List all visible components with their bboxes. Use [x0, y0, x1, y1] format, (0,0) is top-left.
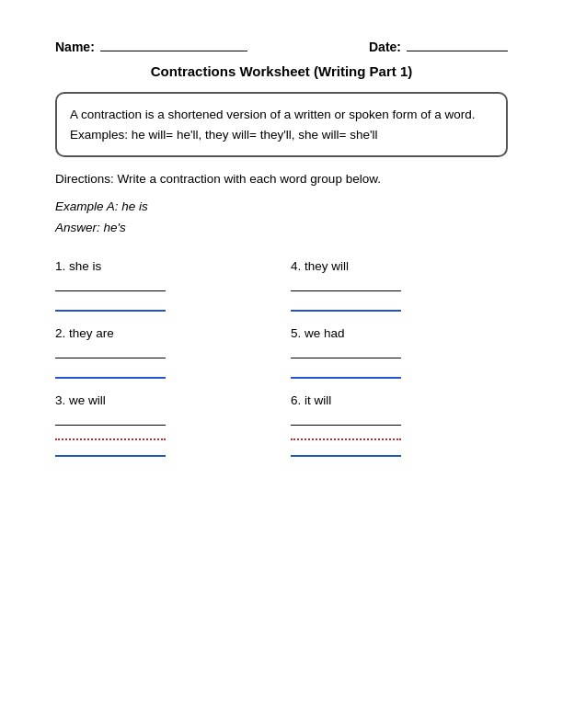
exercise-6-write-line[interactable]	[291, 411, 401, 426]
info-box: A contraction is a shortened version of …	[55, 92, 508, 157]
exercise-1-number: 1.	[55, 259, 69, 273]
exercise-5-number: 5.	[291, 326, 304, 340]
name-field: Name:	[55, 37, 247, 54]
answer-line: Answer: he's	[55, 218, 508, 239]
exercise-2: 2. they are	[55, 319, 282, 382]
exercise-4-text: they will	[304, 259, 349, 273]
exercise-5-blue-line	[291, 364, 401, 379]
exercise-2-label: 2. they are	[55, 319, 272, 340]
exercise-4: 4. they will	[282, 252, 508, 315]
exercise-6: 6. it will	[282, 386, 508, 461]
example-line: Example A: he is	[55, 197, 508, 218]
exercise-4-number: 4.	[291, 259, 304, 273]
exercise-6-text: it will	[304, 393, 331, 407]
exercise-6-label: 6. it will	[291, 386, 508, 407]
exercises-grid: 1. she is 4. they will 2. they are 5. we…	[55, 252, 508, 464]
exercise-6-number: 6.	[291, 393, 304, 407]
exercise-5-text: we had	[304, 326, 345, 340]
date-underline[interactable]	[407, 37, 508, 51]
exercise-3-text: we will	[69, 393, 106, 407]
exercise-5-label: 5. we had	[291, 319, 508, 340]
exercise-5-write-line[interactable]	[291, 344, 401, 358]
exercise-2-text: they are	[69, 326, 114, 340]
exercise-3-dotted-line	[55, 431, 166, 440]
info-line2: Examples: he will= he'll, they will= the…	[70, 128, 378, 142]
directions-text: Directions: Write a contraction with eac…	[55, 172, 508, 186]
exercise-3: 3. we will	[55, 386, 282, 461]
exercise-1-label: 1. she is	[55, 252, 272, 273]
header-row: Name: Date:	[55, 37, 508, 54]
exercise-3-number: 3.	[55, 393, 69, 407]
exercise-2-number: 2.	[55, 326, 69, 340]
exercise-6-dotted-line	[291, 431, 401, 440]
info-line1: A contraction is a shortened version of …	[70, 108, 475, 121]
name-underline[interactable]	[100, 37, 247, 51]
worksheet-title: Contractions Worksheet (Writing Part 1)	[55, 63, 508, 79]
exercise-2-blue-line	[55, 364, 166, 379]
exercise-3-blue-line-bottom	[55, 442, 166, 457]
name-label: Name:	[55, 40, 95, 54]
example-block: Example A: he is Answer: he's	[55, 197, 508, 239]
exercise-1-write-line[interactable]	[55, 277, 166, 291]
exercise-1-text: she is	[69, 259, 101, 273]
date-label: Date:	[369, 40, 401, 54]
exercise-6-blue-line-bottom	[291, 442, 401, 457]
exercise-1-blue-line	[55, 297, 166, 312]
exercise-5: 5. we had	[282, 319, 508, 382]
worksheet-page: Name: Date: Contractions Worksheet (Writ…	[0, 0, 563, 728]
exercise-3-label: 3. we will	[55, 386, 272, 407]
exercise-4-label: 4. they will	[291, 252, 508, 273]
exercise-4-blue-line	[291, 297, 401, 312]
exercise-2-write-line[interactable]	[55, 344, 166, 358]
exercise-1: 1. she is	[55, 252, 282, 315]
date-field: Date:	[369, 37, 508, 54]
exercise-4-write-line[interactable]	[291, 277, 401, 291]
exercise-3-write-line[interactable]	[55, 411, 166, 426]
